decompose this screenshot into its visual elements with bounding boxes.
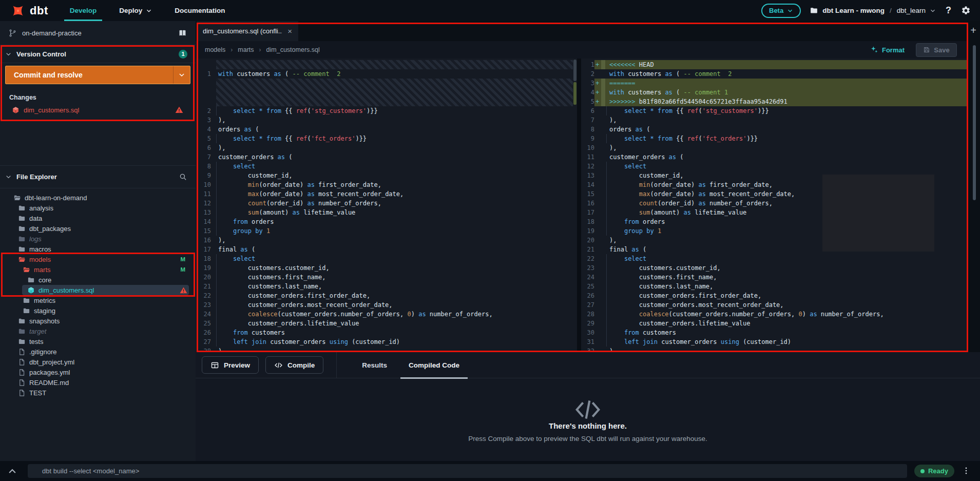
nav-item-documentation[interactable]: Documentation [163,0,236,21]
added-line-marker [594,347,601,352]
save-button[interactable]: Save [916,43,957,57]
tree-item-logs[interactable]: logs [0,234,196,244]
tab-results[interactable]: Results [351,352,398,378]
command-input[interactable]: dbt build --select <model_name> [28,464,907,478]
line-number: 17 [196,245,211,254]
tree-item-dim_customers.sql[interactable]: dim_customers.sql [0,285,196,295]
tree-item-dbt_project.yml[interactable]: dbt_project.yml [0,357,196,367]
code-line-2: 2with customers as ( -- comment 2 [581,69,968,79]
code-line-4: 4orders as ( [196,125,577,134]
left-pane-scrollbar[interactable] [573,60,577,81]
code-text: from customers [211,328,577,337]
added-line-marker: + [594,97,601,106]
beta-dropdown[interactable]: Beta [761,4,801,18]
tree-item-tests[interactable]: tests [0,336,196,347]
status-dot-icon [920,469,925,473]
tree-item-dbt-learn-on-demand[interactable]: dbt-learn-on-demand [0,193,196,203]
search-icon[interactable] [179,172,187,181]
tree-item-target[interactable]: target [0,326,196,336]
chevron-down-icon [787,8,793,14]
tree-item-marts[interactable]: martsM [0,264,196,275]
tree-item-analysis[interactable]: analysis [0,203,196,213]
nav-item-deploy[interactable]: Deploy [108,0,163,21]
added-line-marker [594,291,601,300]
changes-item-dim_customers.sql[interactable]: dim_customers.sql [5,104,190,116]
code-line-7: 7customer_orders as ( [196,152,577,162]
tree-item-label: snapshots [29,317,60,325]
close-icon[interactable]: × [287,27,292,35]
folder-icon [810,6,818,15]
tree-item-core[interactable]: core [0,275,196,285]
line-number: 11 [196,189,211,199]
tree-item-dbt_packages[interactable]: dbt_packages [0,223,196,234]
kebab-menu-icon[interactable] [962,466,971,476]
tab-dim-customers[interactable]: dim_customers.sql (confli... × [197,21,298,41]
added-line-marker [594,310,601,319]
gutter-strip [601,319,605,328]
nav-item-develop[interactable]: Develop [59,0,108,21]
code-brackets-icon [575,397,601,415]
empty-state-subtitle: Press Compile above to preview the SQL d… [468,435,707,442]
code-line-25: 25 customers.last_name, [581,282,968,291]
branch-selector[interactable]: on-demand-practice [0,21,196,45]
code-line-16: 16), [196,236,577,245]
version-control-header[interactable]: Version Control 1 [0,45,196,63]
code-line-9: 9 select * from {{ ref('fct_orders')}} [581,134,968,143]
tree-item-packages.yml[interactable]: packages.yml [0,367,196,377]
line-number: 24 [581,273,594,282]
tree-item-models[interactable]: modelsM [0,254,196,264]
folder-icon [18,245,26,253]
preview-button[interactable]: Preview [202,356,259,374]
save-label: Save [934,46,949,54]
tree-item-metrics[interactable]: metrics [0,295,196,305]
code-text: ) [211,347,577,352]
gutter-strip [601,226,605,236]
sidebar: on-demand-practice Version Control 1 Com… [0,21,196,461]
tree-item-data[interactable]: data [0,213,196,223]
line-number: 31 [581,337,594,347]
added-line-marker [594,116,601,125]
tree-item-label: metrics [34,297,55,304]
tree-item-TEST[interactable]: TEST [0,388,196,398]
dbt-logo[interactable]: dbt [0,3,59,18]
breadcrumb: models›marts›dim_customers.sql [204,46,321,53]
gutter-strip [601,245,605,254]
settings-gear-icon[interactable] [961,6,971,15]
tree-item-snapshots[interactable]: snapshots [0,316,196,326]
tree-item-label: analysis [29,204,53,212]
new-tab-button[interactable]: + [969,25,978,35]
help-button[interactable]: ? [945,5,952,16]
chevron-up-icon[interactable] [7,466,17,476]
tab-compiled-code[interactable]: Compiled Code [398,352,470,378]
docs-book-icon[interactable] [178,28,187,38]
commit-options-caret[interactable] [173,66,190,84]
file-explorer-header[interactable]: File Explorer [0,165,196,188]
editor-scrollbar[interactable] [973,45,976,200]
code-line-31: 31 left join customer_orders using (cust… [581,337,968,347]
format-button[interactable]: Format [870,46,905,54]
tree-item-staging[interactable]: staging [0,305,196,316]
dbt-logo-icon [10,3,26,18]
code-line-17: 17final as ( [196,245,577,254]
beta-label: Beta [769,7,783,14]
project-switcher[interactable]: dbt Learn - mwong / dbt_learn [810,6,936,15]
changes-count-badge: 1 [179,50,187,59]
editor-pane-left[interactable]: 1with customers as ( -- comment 22 selec… [196,59,577,352]
commit-button-label[interactable]: Commit and resolve [6,66,173,84]
line-number: 15 [581,189,594,199]
line-number: 23 [581,263,594,273]
tree-item-.gitignore[interactable]: .gitignore [0,347,196,357]
git-branch-icon [8,29,17,37]
compile-button[interactable]: Compile [265,356,323,374]
code-text: ), [211,116,577,125]
code-text: customer_id, [211,171,577,180]
tree-item-macros[interactable]: macros [0,244,196,254]
added-line-marker [594,282,601,291]
commit-and-resolve-button[interactable]: Commit and resolve [5,66,190,84]
added-line-marker [594,263,601,273]
code-line-1: 1with customers as ( -- comment 2 [196,69,577,79]
added-line-marker: + [594,88,601,97]
code-line-18: 18 select [196,254,577,263]
tree-item-README.md[interactable]: README.md [0,377,196,388]
file-icon [18,348,26,356]
